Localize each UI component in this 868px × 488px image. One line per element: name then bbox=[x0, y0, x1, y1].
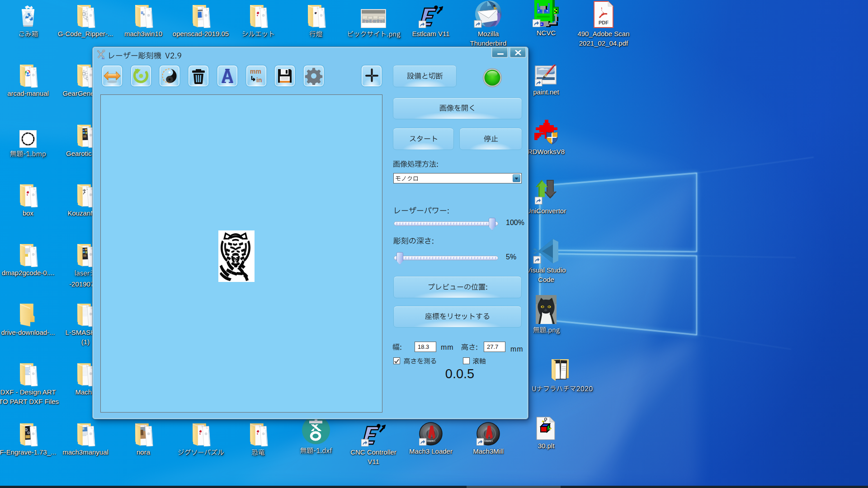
svg-text:mm: mm bbox=[250, 68, 261, 75]
svg-text:Mach3: Mach3 bbox=[426, 439, 435, 443]
svg-text:in: in bbox=[256, 76, 262, 84]
svg-text:Mach3: Mach3 bbox=[484, 439, 493, 443]
svg-text:PDF: PDF bbox=[599, 20, 609, 25]
